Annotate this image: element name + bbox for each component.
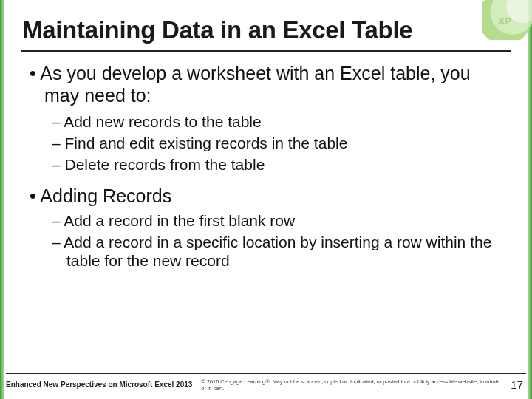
- bullet-2-sub-2: Add a record in a specific location by i…: [66, 233, 501, 270]
- bullet-1-sub-1: Add new records to the table: [66, 112, 501, 131]
- bullet-2: Adding Records: [44, 185, 501, 207]
- bullet-1-sub-2: Find and edit existing records in the ta…: [66, 134, 501, 152]
- footer-left: Enhanced New Perspectives on Microsoft E…: [6, 381, 192, 389]
- bullet-2-sub-1: Add a record in the first blank row: [66, 211, 501, 230]
- right-edge-decor: [528, 0, 532, 399]
- bullet-1: As you develop a worksheet with an Excel…: [44, 62, 501, 106]
- slide-title: Maintaining Data in an Excel Table: [18, 13, 514, 50]
- body: As you develop a worksheet with an Excel…: [18, 62, 514, 270]
- title-rule: [21, 50, 511, 52]
- left-edge-decor: [0, 0, 4, 399]
- xp-badge: XP: [499, 16, 511, 27]
- footer: Enhanced New Perspectives on Microsoft E…: [6, 373, 526, 392]
- bullet-1-sub-3: Delete records from the table: [66, 155, 501, 174]
- footer-copyright: © 2016 Cengage Learning®. May not be sca…: [201, 378, 502, 392]
- slide: XP Maintaining Data in an Excel Table As…: [0, 0, 532, 399]
- page-number: 17: [511, 378, 526, 391]
